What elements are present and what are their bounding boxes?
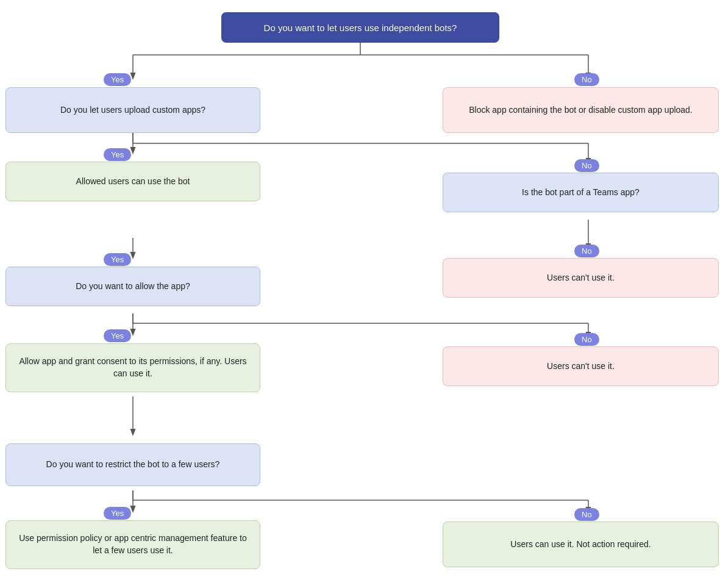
badge-no1: No xyxy=(574,73,599,86)
badge-yes1: Yes xyxy=(104,73,131,86)
node-allow-app: Do you want to allow the app? xyxy=(5,267,260,306)
node-upload-custom-apps: Do you let users upload custom apps? xyxy=(5,87,260,133)
badge-yes3: Yes xyxy=(104,253,131,266)
node-teams-app: Is the bot part of a Teams app? xyxy=(443,173,719,212)
badge-yes4: Yes xyxy=(104,329,131,342)
root-node: Do you want to let users use independent… xyxy=(221,12,499,43)
node-cant-use-1: Users can't use it. xyxy=(443,258,719,298)
node-allowed-users: Allowed users can use the bot xyxy=(5,162,260,201)
badge-yes5: Yes xyxy=(104,507,131,520)
badge-no2: No xyxy=(574,159,599,172)
badge-no5: No xyxy=(574,508,599,521)
node-block-app: Block app containing the bot or disable … xyxy=(443,87,719,133)
badge-yes2: Yes xyxy=(104,148,131,161)
badge-no3: No xyxy=(574,245,599,257)
node-users-can-use: Users can use it. Not action required. xyxy=(443,522,719,567)
node-restrict-bot: Do you want to restrict the bot to a few… xyxy=(5,443,260,486)
badge-no4: No xyxy=(574,333,599,346)
node-permission-policy: Use permission policy or app centric man… xyxy=(5,520,260,569)
flowchart-diagram: Do you want to let users use independent… xyxy=(0,0,720,588)
node-allow-grant: Allow app and grant consent to its permi… xyxy=(5,343,260,392)
node-cant-use-2: Users can't use it. xyxy=(443,346,719,386)
